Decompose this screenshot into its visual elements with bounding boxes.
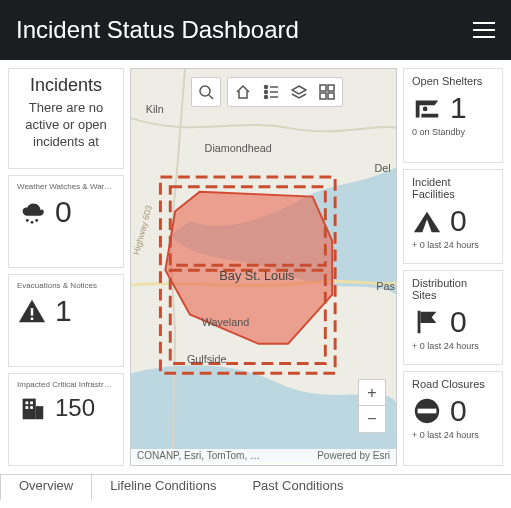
- rain-cloud-icon: [17, 197, 47, 227]
- app-title: Incident Status Dashboard: [16, 16, 299, 44]
- map-attribution: CONANP, Esri, TomTom, … Powered by Esri: [131, 449, 396, 465]
- map-label-pas: Pas: [376, 280, 395, 292]
- menu-icon[interactable]: [473, 22, 495, 38]
- right-column: Open Shelters 1 0 on Standby Incident Fa…: [403, 68, 503, 466]
- map-label-diamondhead: Diamondhead: [205, 142, 272, 154]
- map-canvas[interactable]: Kiln Diamondhead Del Bay St. Louis Wavel…: [131, 69, 396, 462]
- svg-point-18: [265, 86, 268, 89]
- svg-point-0: [26, 219, 29, 222]
- svg-point-1: [31, 221, 34, 224]
- map-label-gulfside: Gulfside: [187, 353, 227, 365]
- map-label-bay: Bay St. Louis: [219, 268, 294, 283]
- svg-rect-9: [25, 406, 28, 409]
- map-label-waveland: Waveland: [202, 316, 250, 328]
- attrib-left: CONANP, Esri, TomTom, …: [137, 450, 260, 464]
- svg-rect-24: [320, 85, 326, 91]
- left-column: Incidents There are no active or open in…: [8, 68, 124, 466]
- dist-card: Distribution Sites 0 + 0 last 24 hours: [403, 270, 503, 365]
- svg-rect-6: [36, 406, 44, 419]
- legend-icon[interactable]: [262, 83, 280, 101]
- incidents-card: Incidents There are no active or open in…: [8, 68, 124, 169]
- svg-rect-26: [320, 93, 326, 99]
- svg-rect-25: [328, 85, 334, 91]
- home-icon[interactable]: [234, 83, 252, 101]
- tab-overview[interactable]: Overview: [0, 475, 92, 501]
- svg-rect-7: [25, 401, 28, 404]
- shelters-value: 1: [450, 91, 467, 125]
- incidents-title: Incidents: [17, 75, 115, 96]
- map-label-kiln: Kiln: [146, 103, 164, 115]
- dist-sub: + 0 last 24 hours: [412, 341, 494, 351]
- zoom-in-button[interactable]: +: [359, 380, 385, 406]
- facilities-value: 0: [450, 204, 467, 238]
- no-entry-icon: [412, 396, 442, 426]
- watches-card: Weather Watches & Warnings 0: [8, 175, 124, 268]
- evac-card: Evacuations & Notices 1: [8, 274, 124, 367]
- evac-title: Evacuations & Notices: [17, 281, 115, 290]
- tab-lifeline[interactable]: Lifeline Conditions: [92, 475, 234, 500]
- svg-point-20: [265, 91, 268, 94]
- map-toolbar: [191, 77, 343, 107]
- svg-point-28: [423, 107, 428, 112]
- roads-sub: + 0 last 24 hours: [412, 430, 494, 440]
- tab-past[interactable]: Past Conditions: [234, 475, 361, 500]
- zoom-out-button[interactable]: −: [359, 406, 385, 432]
- warning-icon: [17, 296, 47, 326]
- zoom-control: + −: [358, 379, 386, 433]
- svg-line-17: [209, 95, 213, 99]
- search-icon: [197, 83, 215, 101]
- infra-card: Impacted Critical Infrastructure 150: [8, 373, 124, 466]
- shelters-title: Open Shelters: [412, 75, 494, 87]
- map-panel[interactable]: Kiln Diamondhead Del Bay St. Louis Wavel…: [130, 68, 397, 466]
- svg-rect-27: [328, 93, 334, 99]
- roads-value: 0: [450, 394, 467, 428]
- facilities-sub: + 0 last 24 hours: [412, 240, 494, 250]
- tab-bar: Overview Lifeline Conditions Past Condit…: [0, 474, 511, 500]
- flag-icon: [412, 307, 442, 337]
- svg-rect-3: [31, 308, 33, 316]
- dashboard-main: Incidents There are no active or open in…: [0, 60, 511, 474]
- roads-title: Road Closures: [412, 378, 494, 390]
- svg-point-22: [265, 96, 268, 99]
- shelters-card: Open Shelters 1 0 on Standby: [403, 68, 503, 163]
- basemap-icon[interactable]: [318, 83, 336, 101]
- evac-value: 1: [55, 294, 72, 328]
- map-search-button[interactable]: [191, 77, 221, 107]
- dist-title: Distribution Sites: [412, 277, 494, 301]
- tent-icon: [412, 206, 442, 236]
- svg-rect-31: [418, 409, 437, 414]
- roads-card: Road Closures 0 + 0 last 24 hours: [403, 371, 503, 466]
- facilities-title: Incident Facilities: [412, 176, 494, 200]
- infra-value: 150: [55, 394, 95, 422]
- infra-title: Impacted Critical Infrastructure: [17, 380, 115, 389]
- facilities-card: Incident Facilities 0 + 0 last 24 hours: [403, 169, 503, 264]
- dist-value: 0: [450, 305, 467, 339]
- svg-rect-4: [31, 318, 33, 320]
- watches-value: 0: [55, 195, 72, 229]
- layers-icon[interactable]: [290, 83, 308, 101]
- svg-point-2: [35, 219, 38, 222]
- svg-rect-10: [30, 406, 33, 409]
- map-tools-group: [227, 77, 343, 107]
- app-header: Incident Status Dashboard: [0, 0, 511, 60]
- svg-rect-8: [30, 401, 33, 404]
- incidents-desc: There are no active or open incidents at: [17, 100, 115, 151]
- watches-title: Weather Watches & Warnings: [17, 182, 115, 191]
- building-icon: [17, 393, 47, 423]
- shelter-icon: [412, 93, 442, 123]
- attrib-right[interactable]: Powered by Esri: [317, 450, 390, 464]
- svg-rect-5: [23, 399, 36, 420]
- svg-rect-29: [418, 311, 421, 334]
- shelters-sub: 0 on Standby: [412, 127, 494, 137]
- map-label-del: Del: [374, 162, 390, 174]
- svg-point-16: [200, 86, 210, 96]
